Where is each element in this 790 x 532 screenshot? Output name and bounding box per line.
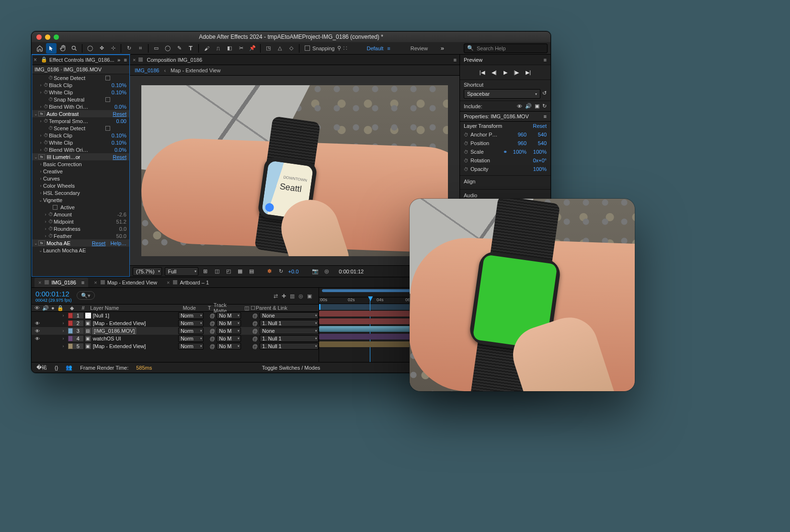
pickwhip-icon[interactable]: @ <box>252 336 258 341</box>
visibility-toggle[interactable]: 👁 <box>34 321 40 326</box>
brush-tool[interactable]: 🖌 <box>201 43 212 54</box>
effect-help[interactable]: Help… <box>110 240 126 246</box>
effect-row[interactable]: ⌄fx▤Lumetri…orReset <box>32 153 129 160</box>
stopwatch-icon[interactable]: ⏱ <box>464 167 470 172</box>
stopwatch-icon[interactable]: ⏱ <box>48 97 54 102</box>
eraser-tool[interactable]: ◧ <box>224 43 235 54</box>
timeline-layer-row[interactable]: 👁›3▤[IMG_0186.MOV]Norm@No M@None <box>32 327 319 335</box>
effect-reset[interactable]: Reset <box>113 111 126 117</box>
effect-row[interactable]: ›⏱Black Clip0.10% <box>32 132 129 139</box>
shortcut-dropdown[interactable]: Spacebar <box>464 89 540 99</box>
pen-tool[interactable]: ✎ <box>174 43 184 54</box>
clone-stamp-tool[interactable]: ⎍ <box>213 43 223 54</box>
minimize-window-button[interactable] <box>45 34 50 40</box>
twirl-icon[interactable]: › <box>63 328 67 333</box>
parent-dropdown[interactable]: 1. Null 1 <box>260 343 319 350</box>
workspace-default[interactable]: Default <box>367 45 384 51</box>
col-visibility-icon[interactable]: 👁 <box>34 305 40 311</box>
snap-options-icon[interactable]: ⸬ <box>343 45 347 51</box>
col-switch-1[interactable]: ◫ <box>244 305 249 311</box>
reset-shortcut-icon[interactable]: ↺ <box>542 90 547 96</box>
timeline-layer-row[interactable]: ›1□[Null 1]Norm@No M@None <box>32 312 319 319</box>
3d-tool-3[interactable]: ◇ <box>286 43 297 54</box>
effect-prop-value[interactable]: 50.0 <box>116 233 126 239</box>
timeline-layer-row[interactable]: 👁›4▣watchOS UINorm@No M@1. Null 1 <box>32 335 319 342</box>
checkbox[interactable] <box>105 76 110 80</box>
blend-mode-dropdown[interactable]: Norm <box>178 343 204 350</box>
stopwatch-icon[interactable]: ⏱ <box>43 133 49 137</box>
prop-value[interactable]: 960 <box>508 140 527 146</box>
transform-property-row[interactable]: ⏱Rotation0x+0° <box>460 156 550 165</box>
stopwatch-icon[interactable]: ⏱ <box>43 147 49 152</box>
snapping-checkbox[interactable] <box>305 45 310 51</box>
parent-dropdown[interactable]: 1. Null 1 <box>260 320 319 327</box>
stopwatch-icon[interactable]: ⏱ <box>48 126 54 130</box>
panel-close[interactable]: × <box>34 57 37 63</box>
prop-value-2[interactable]: 540 <box>528 140 547 146</box>
rectangle-tool[interactable]: ▭ <box>151 43 161 54</box>
pickwhip-icon[interactable]: @ <box>209 320 215 326</box>
pickwhip-icon[interactable]: @ <box>209 313 215 318</box>
properties-menu-icon[interactable]: ≡ <box>544 113 547 119</box>
parent-dropdown[interactable]: None <box>260 312 319 319</box>
3d-tool-1[interactable]: ◳ <box>263 43 274 54</box>
mask-toggle-icon[interactable]: ◫ <box>213 267 221 276</box>
last-frame-button[interactable]: ▶| <box>526 69 531 76</box>
tab-close-icon[interactable]: × <box>38 280 41 285</box>
color-management-icon[interactable]: ✽ <box>265 267 274 276</box>
stopwatch-icon[interactable]: ⏱ <box>48 219 54 224</box>
transparency-grid-icon[interactable]: ⊞ <box>201 267 210 276</box>
track-matte-dropdown[interactable]: No M <box>217 320 240 327</box>
effect-row[interactable]: ⏱Scene Detect <box>32 74 129 81</box>
stopwatch-icon[interactable]: ⏱ <box>43 83 49 87</box>
layer-name[interactable]: [Map - Extended View] <box>93 320 146 326</box>
timeline-layer-row[interactable]: 👁›2▣[Map - Extended View]Norm@No M@1. Nu… <box>32 319 319 327</box>
visibility-toggle[interactable]: 👁 <box>34 336 40 341</box>
effect-row[interactable]: ›Color Wheels <box>32 182 129 189</box>
pickwhip-icon[interactable]: @ <box>252 313 258 318</box>
close-window-button[interactable] <box>36 34 42 40</box>
panel-menu-icon[interactable]: ≡ <box>124 57 127 63</box>
footer-icon-2[interactable]: {} <box>55 365 58 371</box>
pan-behind-tool[interactable]: ✥ <box>96 43 107 54</box>
stopwatch-icon[interactable]: ⏱ <box>464 141 470 146</box>
viewer-timecode[interactable]: 0:00:01:12 <box>339 269 364 274</box>
next-frame-button[interactable]: |▶ <box>514 69 519 76</box>
effect-row[interactable]: ›Creative <box>32 168 129 175</box>
stopwatch-icon[interactable]: ⏱ <box>48 234 54 238</box>
zoom-dropdown[interactable]: (75.7%) <box>133 267 162 276</box>
transform-property-row[interactable]: ⏱Anchor P…960540 <box>460 130 550 139</box>
effect-row[interactable]: ⏱Snap Neutral <box>32 96 129 103</box>
zoom-tool[interactable] <box>69 43 80 54</box>
effect-row[interactable]: ⏱Scene Detect <box>32 125 129 132</box>
frame-blend-icon[interactable]: ✚ <box>282 293 286 299</box>
anchor-tool[interactable]: ⊹ <box>108 43 118 54</box>
stopwatch-icon[interactable]: ⏱ <box>464 132 470 137</box>
shy-layers-icon[interactable]: ⇄ <box>274 293 278 299</box>
fx-badge-icon[interactable]: fx <box>38 154 45 159</box>
channel-icon[interactable]: ▤ <box>247 267 256 276</box>
prop-value[interactable]: 0x+0° <box>528 158 547 163</box>
pickwhip-icon[interactable]: @ <box>209 343 215 349</box>
first-frame-button[interactable]: |◀ <box>480 69 485 76</box>
rotate-tool[interactable]: ↻ <box>124 43 134 54</box>
fx-badge-icon[interactable]: fx <box>38 240 45 246</box>
effect-prop-value[interactable]: 0.00 <box>116 118 126 124</box>
draft-3d-icon[interactable]: ▣ <box>307 293 312 299</box>
include-video-icon[interactable]: 👁 <box>517 103 522 109</box>
region-of-interest-icon[interactable]: ◰ <box>224 267 233 276</box>
maximize-window-button[interactable] <box>54 34 59 40</box>
effect-row[interactable]: ›⏱Blend With Ori…0.0% <box>32 103 129 110</box>
parent-dropdown[interactable]: 1. Null 1 <box>260 335 319 342</box>
footer-icon-3[interactable]: 👥 <box>66 364 72 371</box>
twirl-icon[interactable]: › <box>63 344 67 349</box>
pickwhip-icon[interactable]: @ <box>209 336 215 341</box>
comp-tab-close[interactable]: × <box>133 57 136 63</box>
transform-reset[interactable]: Reset <box>533 123 547 129</box>
effect-prop-value[interactable]: 0.10% <box>112 90 126 95</box>
tab-close-icon[interactable]: × <box>167 280 170 285</box>
type-tool[interactable]: T <box>185 43 196 54</box>
blend-mode-dropdown[interactable]: Norm <box>178 320 204 327</box>
twirl-icon[interactable]: › <box>63 321 67 326</box>
transform-property-row[interactable]: ⏱Position960540 <box>460 139 550 147</box>
